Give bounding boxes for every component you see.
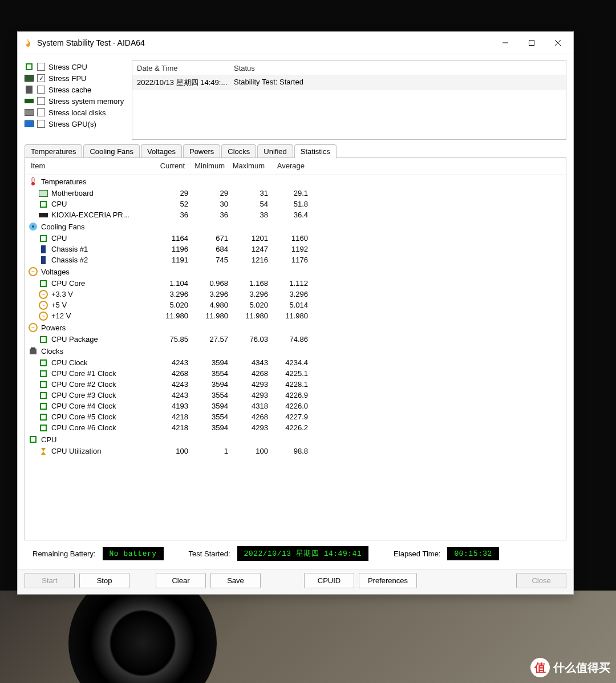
row-chassis-2[interactable]: Chassis #2 1191 745 1216 1176 [25, 254, 566, 265]
stress-disks[interactable]: Stress local disks [25, 108, 127, 117]
svg-text:~: ~ [42, 302, 45, 309]
tab-cooling-fans[interactable]: Cooling Fans [83, 144, 140, 158]
svg-text:~: ~ [42, 292, 45, 298]
row-cpu-clock-minimum: 3594 [188, 358, 228, 367]
row-cpu-core-5-clock-label: CPU Core #5 Clock [51, 413, 148, 421]
stress-gpu-checkbox[interactable] [37, 120, 45, 128]
row-cpu-core-3-clock-average: 4226.9 [268, 391, 308, 399]
row-chassis-2-minimum: 745 [188, 256, 228, 264]
row-plus-3-3v[interactable]: ~ +3.3 V 3.296 3.296 3.296 3.296 [25, 289, 566, 300]
stress-gpu[interactable]: Stress GPU(s) [25, 119, 127, 128]
group-clocks-label: Clocks [41, 347, 63, 355]
row-cpu-utilization-minimum: 1 [188, 447, 228, 455]
log-row[interactable]: 2022/10/13 星期四 14:49:... Stability Test:… [132, 75, 566, 90]
svg-rect-18 [30, 349, 37, 354]
stress-disks-checkbox[interactable] [37, 108, 45, 116]
stress-cpu[interactable]: Stress CPU [25, 62, 127, 71]
save-button[interactable]: Save [210, 573, 261, 588]
row-cpu-core-6-clock[interactable]: CPU Core #6 Clock 4218 3594 4293 4226.2 [25, 422, 566, 433]
row-plus-3-3v-minimum: 3.296 [188, 290, 228, 298]
cpuid-button[interactable]: CPUID [304, 573, 354, 588]
row-motherboard[interactable]: Motherboard 29 29 31 29.1 [25, 188, 566, 199]
row-cpu-core-2-clock[interactable]: CPU Core #2 Clock 4243 3594 4293 4228.1 [25, 379, 566, 390]
tab-unified[interactable]: Unified [257, 144, 293, 158]
row-cpu-package-power[interactable]: CPU Package 75.85 27.57 76.03 74.86 [25, 334, 566, 345]
row-cpu-core-2-clock-maximum: 4293 [228, 380, 268, 389]
tab-temperatures[interactable]: Temperatures [25, 144, 82, 158]
row-chassis-1-maximum: 1247 [228, 245, 268, 253]
row-chassis-1[interactable]: Chassis #1 1196 684 1247 1192 [25, 244, 566, 254]
row-cpu-clock[interactable]: CPU Clock 4243 3594 4343 4234.4 [25, 357, 566, 368]
tab-voltages[interactable]: Voltages [141, 144, 182, 158]
row-cpu-core-6-clock-average: 4226.2 [268, 423, 308, 432]
row-kioxia-ssd-average: 36.4 [268, 211, 308, 219]
row-cpu-clock-current: 4243 [148, 358, 188, 367]
stress-cache[interactable]: Stress cache [25, 85, 127, 94]
elapsed-label: Elapsed Time: [394, 549, 440, 558]
cpu-core-5-clock-icon [39, 413, 48, 421]
row-cpu-temp-minimum: 30 [188, 200, 228, 208]
close-panel-button[interactable]: Close [516, 573, 566, 588]
svg-point-5 [31, 182, 35, 185]
log-header-status: Status [234, 64, 561, 72]
maximize-button[interactable] [518, 34, 545, 52]
stress-memory[interactable]: Stress system memory [25, 96, 127, 106]
row-cpu-core-3-clock[interactable]: CPU Core #3 Clock 4243 3554 4293 4226.9 [25, 390, 566, 401]
stress-memory-label: Stress system memory [48, 97, 124, 106]
stress-cache-label: Stress cache [48, 86, 91, 94]
row-cpu-core-3-clock-current: 4243 [148, 391, 188, 399]
start-button[interactable]: Start [25, 573, 75, 588]
row-cpu-utilization[interactable]: CPU Utilization 100 1 100 98.8 [25, 446, 566, 456]
stop-button[interactable]: Stop [79, 573, 129, 588]
row-plus-3-3v-average: 3.296 [268, 290, 308, 298]
stress-memory-checkbox[interactable] [37, 97, 45, 105]
button-row: Start Stop Clear Save CPUID Preferences … [18, 569, 573, 594]
row-cpu-core-voltage[interactable]: CPU Core 1.104 0.968 1.168 1.112 [25, 278, 566, 289]
row-cpu-core-1-clock[interactable]: CPU Core #1 Clock 4268 3554 4268 4225.1 [25, 368, 566, 379]
row-cpu-core-voltage-maximum: 1.168 [228, 279, 268, 288]
row-plus-5v-maximum: 5.020 [228, 301, 268, 309]
row-kioxia-ssd[interactable]: KIOXIA-EXCERIA PR... 36 36 38 36.4 [25, 209, 566, 220]
row-cpu-core-2-clock-label: CPU Core #2 Clock [51, 380, 148, 389]
stress-cpu-checkbox[interactable] [37, 63, 45, 71]
stress-fpu-checkbox[interactable] [37, 74, 45, 82]
row-cpu-core-voltage-label: CPU Core [51, 279, 148, 288]
tab-clocks[interactable]: Clocks [221, 144, 256, 158]
row-cpu-utilization-maximum: 100 [228, 447, 268, 455]
header-item: Item [31, 161, 145, 170]
stress-fpu-label: Stress FPU [48, 74, 86, 83]
statistics-grid: Item Current Minimum Maximum Average Tem… [25, 157, 566, 540]
row-cpu-package-power-current: 75.85 [148, 335, 188, 343]
row-cpu-temp[interactable]: CPU 52 30 54 51.8 [25, 199, 566, 209]
row-plus-12v[interactable]: ~ +12 V 11.980 11.980 11.980 11.980 [25, 310, 566, 321]
row-plus-12v-minimum: 11.980 [188, 312, 228, 320]
row-cpu-temp-label: CPU [51, 200, 148, 208]
svg-rect-19 [31, 347, 35, 349]
row-cpu-core-4-clock[interactable]: CPU Core #4 Clock 4193 3594 4318 4226.0 [25, 401, 566, 411]
row-plus-5v[interactable]: ~ +5 V 5.020 4.980 5.020 5.014 [25, 300, 566, 310]
row-cpu-fan-current: 1164 [148, 234, 188, 243]
row-cpu-core-5-clock[interactable]: CPU Core #5 Clock 4218 3554 4268 4227.9 [25, 411, 566, 422]
clocks-icon [29, 346, 38, 355]
row-cpu-fan[interactable]: CPU 1164 671 1201 1160 [25, 233, 566, 244]
preferences-button[interactable]: Preferences [359, 573, 417, 588]
stress-fpu[interactable]: Stress FPU [25, 74, 127, 83]
cooling-fans-icon [29, 222, 38, 231]
row-cpu-core-4-clock-current: 4193 [148, 402, 188, 410]
minimize-button[interactable] [492, 34, 518, 52]
gpu-icon [25, 120, 34, 127]
row-cpu-core-1-clock-label: CPU Core #1 Clock [51, 369, 148, 378]
row-cpu-clock-maximum: 4343 [228, 358, 268, 367]
clear-button[interactable]: Clear [156, 573, 206, 588]
stress-cache-checkbox[interactable] [37, 86, 45, 94]
battery-value: No battery [103, 547, 164, 560]
test-started-value: 2022/10/13 星期四 14:49:41 [237, 546, 369, 561]
tab-statistics[interactable]: Statistics [294, 144, 337, 158]
tab-powers[interactable]: Powers [183, 144, 220, 158]
row-chassis-1-minimum: 684 [188, 245, 228, 253]
stress-gpu-label: Stress GPU(s) [48, 120, 96, 128]
close-button[interactable] [545, 34, 571, 52]
grid-header: Item Current Minimum Maximum Average [25, 158, 566, 175]
chassis-2-icon [39, 256, 48, 264]
row-plus-12v-average: 11.980 [268, 312, 308, 320]
